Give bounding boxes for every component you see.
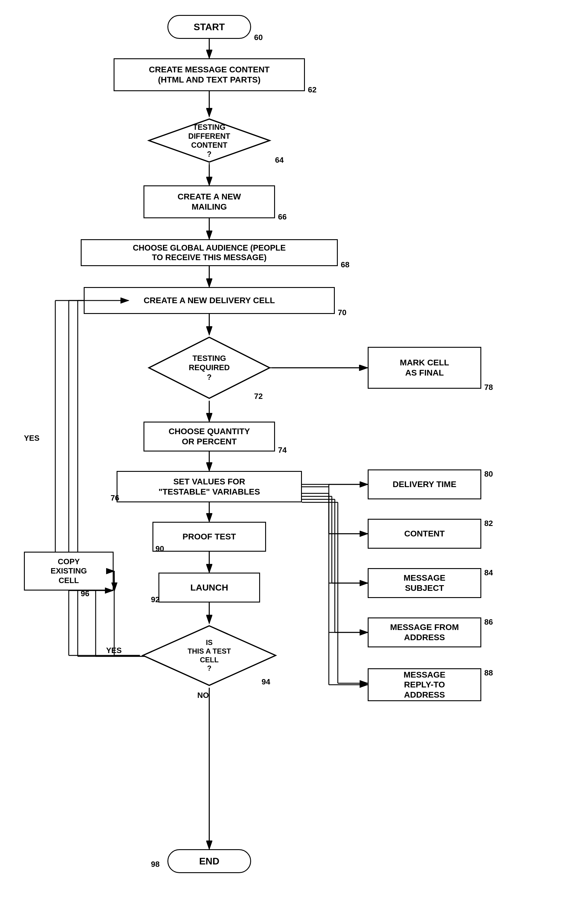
node-86: MESSAGE FROMADDRESS [368,617,481,648]
node-76: SET VALUES FOR"TESTABLE" VARIABLES [116,471,302,502]
ref-80: 80 [484,469,493,479]
ref-78: 78 [484,383,493,392]
ref-68: 68 [341,260,349,270]
ref-84: 84 [484,568,493,577]
node-84: MESSAGESUBJECT [368,568,481,598]
node-66: CREATE A NEWMAILING [143,185,275,218]
end-node: END [167,849,251,873]
ref-88: 88 [484,668,493,678]
ref-64: 64 [275,155,284,165]
ref-94: 94 [261,677,270,686]
node-78: MARK CELLAS FINAL [368,347,481,389]
node-70: CREATE A NEW DELIVERY CELL [84,287,335,314]
node-62: CREATE MESSAGE CONTENT(HTML AND TEXT PAR… [113,58,305,91]
ref-96: 96 [81,589,89,598]
ref-74: 74 [278,445,287,455]
ref-62: 62 [308,85,317,94]
node-74: CHOOSE QUANTITYOR PERCENT [143,422,275,451]
start-node: START [167,15,251,39]
node-96: COPYEXISTINGCELL [24,552,113,590]
ref-60: 60 [254,33,263,42]
yes-label-left: YES [24,434,40,443]
ref-98: 98 [151,860,159,869]
node-68: CHOOSE GLOBAL AUDIENCE (PEOPLETO RECEIVE… [81,239,338,266]
node-88: MESSAGEREPLY-TOADDRESS [368,668,481,701]
node-80: DELIVERY TIME [368,469,481,499]
ref-82: 82 [484,519,493,528]
ref-86: 86 [484,617,493,627]
ref-92: 92 [151,595,159,604]
ref-72: 72 [254,392,263,401]
ref-76: 76 [111,493,119,502]
node-64: TESTINGDIFFERENTCONTENT? [147,116,272,164]
no-label: NO [197,691,209,700]
ref-70: 70 [338,308,346,317]
ref-90: 90 [155,544,164,553]
yes-label-94: YES [106,646,122,655]
node-82: CONTENT [368,519,481,549]
node-92: LAUNCH [158,573,260,603]
ref-66: 66 [278,212,287,222]
node-72: TESTINGREQUIRED? [147,335,272,401]
node-94: ISTHIS A TESTCELL? [140,624,278,688]
node-90: PROOF TEST [153,522,266,552]
